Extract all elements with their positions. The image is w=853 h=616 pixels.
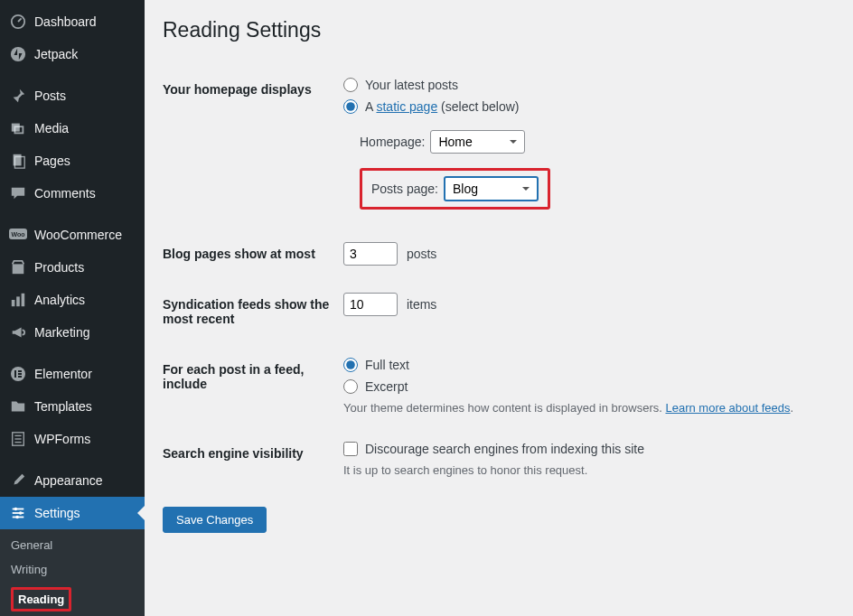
menu-label: Dashboard bbox=[34, 14, 97, 29]
products-icon bbox=[9, 258, 27, 276]
sidebar-item-media[interactable]: Media bbox=[0, 112, 145, 145]
media-icon bbox=[9, 119, 27, 137]
menu-label: Posts bbox=[34, 89, 66, 103]
svg-point-26 bbox=[15, 516, 19, 519]
sidebar-item-dashboard[interactable]: Dashboard bbox=[0, 5, 145, 38]
svg-point-1 bbox=[11, 47, 25, 61]
syndication-unit: items bbox=[407, 297, 436, 312]
megaphone-icon bbox=[9, 323, 27, 341]
menu-label: Products bbox=[34, 260, 84, 275]
svg-point-24 bbox=[19, 511, 23, 515]
svg-rect-16 bbox=[18, 376, 22, 378]
page-title: Reading Settings bbox=[163, 18, 835, 42]
sidebar-item-templates[interactable]: Templates bbox=[0, 390, 145, 423]
svg-text:Woo: Woo bbox=[11, 231, 24, 238]
sidebar-item-products[interactable]: Products bbox=[0, 251, 145, 284]
search-visibility-desc: It is up to search engines to honor this… bbox=[343, 463, 826, 477]
page-icon bbox=[9, 152, 27, 170]
jetpack-icon bbox=[9, 45, 27, 63]
menu-label: Templates bbox=[34, 399, 92, 414]
menu-label: WooCommerce bbox=[34, 228, 122, 242]
sidebar-item-appearance[interactable]: Appearance bbox=[0, 464, 145, 497]
brush-icon bbox=[9, 471, 27, 490]
svg-rect-11 bbox=[22, 294, 25, 306]
submenu-reading[interactable]: Reading bbox=[0, 582, 145, 616]
svg-rect-8 bbox=[13, 264, 24, 274]
feed-desc-prefix: Your theme determines how content is dis… bbox=[343, 401, 665, 415]
syndication-label: Syndication feeds show the most recent bbox=[163, 279, 343, 344]
sidebar-item-marketing[interactable]: Marketing bbox=[0, 316, 145, 349]
sidebar-item-wpforms[interactable]: WPForms bbox=[0, 423, 145, 455]
radio-excerpt-label: Excerpt bbox=[365, 379, 408, 394]
woocommerce-icon: Woo bbox=[9, 226, 27, 244]
bar-chart-icon bbox=[9, 291, 27, 309]
svg-rect-10 bbox=[16, 296, 20, 306]
menu-label: WPForms bbox=[34, 432, 90, 446]
radio-full-label: Full text bbox=[365, 358, 409, 372]
sidebar-item-jetpack[interactable]: Jetpack bbox=[0, 38, 145, 70]
menu-label: Media bbox=[34, 121, 69, 135]
radio-excerpt[interactable] bbox=[343, 379, 358, 394]
feed-include-label: For each post in a feed, include bbox=[163, 344, 343, 428]
sidebar-item-woocommerce[interactable]: Woo WooCommerce bbox=[0, 219, 145, 251]
elementor-icon bbox=[9, 365, 27, 383]
menu-label: Analytics bbox=[34, 293, 85, 307]
menu-label: Marketing bbox=[34, 325, 89, 340]
syndication-input[interactable] bbox=[343, 293, 398, 316]
blog-pages-label: Blog pages show at most bbox=[163, 229, 343, 279]
sidebar-item-posts[interactable]: Posts bbox=[0, 79, 145, 112]
discourage-checkbox[interactable] bbox=[343, 442, 358, 456]
static-prefix: A bbox=[365, 99, 376, 114]
submenu-writing[interactable]: Writing bbox=[0, 557, 145, 582]
settings-submenu: General Writing Reading Discussion bbox=[0, 529, 145, 616]
svg-rect-15 bbox=[18, 373, 22, 375]
menu-label: Appearance bbox=[34, 473, 103, 488]
admin-sidebar: Dashboard Jetpack Posts Media Pages Comm… bbox=[0, 0, 145, 616]
menu-label: Jetpack bbox=[34, 47, 78, 61]
homepage-label: Your homepage displays bbox=[163, 64, 343, 229]
blog-pages-input[interactable] bbox=[343, 242, 398, 266]
sidebar-item-elementor[interactable]: Elementor bbox=[0, 358, 145, 390]
comment-icon bbox=[9, 184, 27, 202]
discourage-label: Discourage search engines from indexing … bbox=[365, 442, 644, 456]
submenu-general[interactable]: General bbox=[0, 533, 145, 557]
form-icon bbox=[9, 430, 27, 448]
svg-rect-13 bbox=[14, 370, 16, 378]
sidebar-item-settings[interactable]: Settings bbox=[0, 497, 145, 529]
svg-point-22 bbox=[14, 508, 18, 511]
sliders-icon bbox=[9, 504, 27, 522]
menu-label: Comments bbox=[34, 186, 96, 201]
dashboard-icon bbox=[9, 13, 27, 31]
pin-icon bbox=[9, 87, 27, 105]
homepage-select-label: Homepage: bbox=[360, 135, 425, 149]
svg-rect-9 bbox=[12, 300, 15, 306]
main-content: Reading Settings Your homepage displays … bbox=[145, 0, 853, 616]
save-changes-button[interactable]: Save Changes bbox=[163, 507, 267, 533]
static-suffix: (select below) bbox=[437, 99, 519, 114]
feed-desc-suffix: . bbox=[791, 401, 794, 415]
sidebar-item-analytics[interactable]: Analytics bbox=[0, 284, 145, 316]
radio-latest-posts[interactable] bbox=[343, 78, 358, 92]
menu-label: Settings bbox=[34, 506, 80, 520]
svg-rect-14 bbox=[18, 370, 22, 372]
posts-page-highlight-box: Posts page: Blog bbox=[360, 168, 550, 210]
static-page-link[interactable]: static page bbox=[376, 99, 437, 114]
homepage-select[interactable]: Home bbox=[430, 130, 525, 154]
menu-label: Elementor bbox=[34, 367, 92, 381]
learn-more-feeds-link[interactable]: Learn more about feeds bbox=[665, 401, 790, 415]
radio-latest-label: Your latest posts bbox=[365, 78, 458, 92]
folder-icon bbox=[9, 397, 27, 415]
menu-label: Pages bbox=[34, 154, 70, 168]
posts-page-select-label: Posts page: bbox=[371, 182, 438, 196]
sidebar-item-pages[interactable]: Pages bbox=[0, 145, 145, 177]
radio-full-text[interactable] bbox=[343, 358, 358, 372]
sidebar-item-comments[interactable]: Comments bbox=[0, 177, 145, 210]
blog-pages-unit: posts bbox=[407, 247, 436, 261]
search-visibility-label: Search engine visibility bbox=[163, 428, 343, 490]
posts-page-select[interactable]: Blog bbox=[444, 176, 539, 201]
radio-static-page[interactable] bbox=[343, 99, 358, 114]
